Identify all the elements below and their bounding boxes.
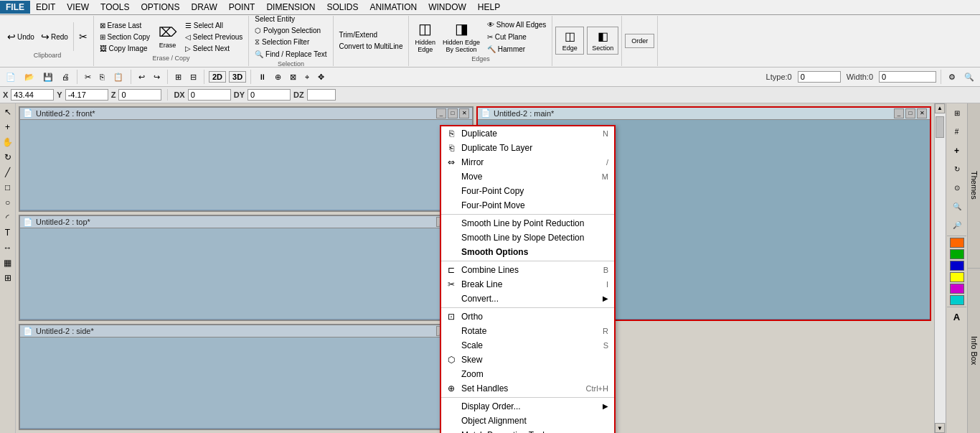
- open-file-button[interactable]: 📂: [22, 71, 37, 83]
- undo-button[interactable]: ↩Undo: [4, 29, 37, 44]
- x-input[interactable]: [11, 89, 54, 101]
- snap2-button[interactable]: ⊠: [287, 71, 299, 83]
- info-grid-button[interactable]: #: [947, 124, 967, 141]
- show-all-edges-button[interactable]: 👁 Show All Edges: [484, 19, 549, 30]
- select-entity-button[interactable]: Select Entity: [252, 14, 329, 24]
- erase-last-button[interactable]: ⊠ Erase Last: [97, 20, 153, 31]
- arc-tool[interactable]: ◜: [1, 210, 15, 225]
- new-file-button[interactable]: 📄: [3, 71, 19, 83]
- cut-plane-button[interactable]: ✂ Cut Plane: [484, 32, 549, 42]
- hidden-edge-by-section-button[interactable]: ◨Hidden EdgeBy Section: [440, 19, 483, 55]
- scroll-down-button[interactable]: ▼: [935, 423, 945, 433]
- viewport-main-close[interactable]: ✕: [917, 108, 927, 118]
- color-green[interactable]: [950, 249, 964, 259]
- menu-item-four-point-copy[interactable]: Four-Point Copy: [441, 184, 614, 198]
- menu-animation[interactable]: ANIMATION: [364, 1, 423, 14]
- menu-item-duplicate-to-layer[interactable]: ⎗ Duplicate To Layer: [441, 141, 614, 155]
- rotate3d-tool[interactable]: ↻: [1, 150, 15, 164]
- undo-small-button[interactable]: ↩: [136, 71, 148, 83]
- color-orange[interactable]: [950, 238, 964, 248]
- move-snap-button[interactable]: ⌖: [302, 71, 312, 83]
- menu-dimension[interactable]: DIMENSION: [260, 1, 321, 14]
- menu-item-break-line[interactable]: ✂ Break Line I: [441, 277, 614, 292]
- menu-item-object-alignment[interactable]: Object Alignment: [441, 414, 614, 428]
- menu-item-four-point-move[interactable]: Four-Point Move: [441, 198, 614, 213]
- viewport-front-close[interactable]: ✕: [459, 108, 469, 118]
- info-zoom-in-button[interactable]: 🔎: [947, 217, 967, 234]
- cut-small-button[interactable]: ✂: [82, 71, 94, 83]
- scroll-up-button[interactable]: ▲: [935, 103, 945, 113]
- rect-tool[interactable]: □: [1, 180, 15, 195]
- menu-window[interactable]: WINDOW: [423, 1, 472, 14]
- viewport-side[interactable]: 📄 Untitled-2 : side* _ □ ✕: [19, 324, 473, 430]
- viewport-front[interactable]: 📄 Untitled-2 : front* _ □ ✕: [19, 106, 473, 213]
- copy-small-button[interactable]: ⎘: [97, 71, 108, 83]
- z-input[interactable]: [118, 89, 161, 101]
- viewport-side-content[interactable]: [20, 337, 472, 428]
- menu-item-rotate[interactable]: Rotate R: [441, 324, 614, 338]
- menu-item-set-handles[interactable]: ⊕ Set Handles Ctrl+H: [441, 381, 614, 396]
- menu-help[interactable]: HELP: [472, 1, 506, 14]
- menu-item-zoom[interactable]: Zoom: [441, 367, 614, 381]
- menu-item-smooth-slope[interactable]: Smooth Line by Slope Detection: [441, 231, 614, 245]
- menu-view[interactable]: VIEW: [61, 1, 95, 14]
- menu-item-match-properties[interactable]: Match Properties Tool: [441, 428, 614, 433]
- cut-button[interactable]: ✂: [76, 29, 90, 44]
- ltype-input[interactable]: [798, 71, 841, 83]
- selection-filter-button[interactable]: ⧖ Selection Filter: [252, 37, 329, 48]
- 3d-button[interactable]: 3D: [229, 71, 246, 83]
- paste-small-button[interactable]: 📋: [110, 71, 126, 83]
- menu-item-convert[interactable]: Convert... ▶: [441, 292, 614, 306]
- menu-solids[interactable]: SOLIDS: [321, 1, 364, 14]
- menu-edit[interactable]: EDIT: [30, 1, 61, 14]
- color-blue[interactable]: [950, 261, 964, 271]
- dx-input[interactable]: [188, 89, 231, 101]
- dy-input[interactable]: [248, 89, 291, 101]
- section-dropdown-button[interactable]: ◧Section: [587, 27, 618, 55]
- info-add-button[interactable]: +: [947, 142, 967, 159]
- menu-point[interactable]: POINT: [223, 1, 261, 14]
- select-previous-button[interactable]: ◁ Select Previous: [182, 32, 245, 42]
- polygon-selection-button[interactable]: ⬡ Polygon Selection: [252, 25, 329, 36]
- hatch-tool[interactable]: ▦: [1, 256, 15, 270]
- select-all-button[interactable]: ☰ Select All: [182, 20, 245, 31]
- scroll-track[interactable]: [935, 113, 946, 423]
- menu-item-smooth-point[interactable]: Smooth Line by Point Reduction: [441, 216, 614, 231]
- viewport-top[interactable]: 📄 Untitled-2 : top* _ □ ✕: [19, 215, 473, 321]
- info-zoom-out-button[interactable]: 🔍: [947, 198, 967, 215]
- pan-button[interactable]: ✥: [315, 71, 327, 83]
- find-replace-button[interactable]: 🔍 Find / Replace Text: [252, 49, 329, 60]
- 2d-button[interactable]: 2D: [209, 71, 226, 83]
- color-cyan[interactable]: [950, 295, 964, 305]
- color-yellow[interactable]: [950, 272, 964, 282]
- menu-item-mirror[interactable]: ⇔ Mirror /: [441, 155, 614, 169]
- line-tool[interactable]: ╱: [1, 165, 15, 180]
- redo-small-button[interactable]: ↪: [151, 71, 163, 83]
- menu-item-duplicate[interactable]: ⎘ Duplicate N: [441, 126, 614, 141]
- zoom-in-row2-button[interactable]: 🔍: [961, 71, 977, 83]
- menu-item-skew[interactable]: ⬡ Skew: [441, 353, 614, 367]
- text-tool[interactable]: T: [1, 225, 15, 240]
- info-rotate-button[interactable]: ↻: [947, 161, 967, 178]
- pointer-tool[interactable]: ↖: [1, 105, 15, 119]
- convert-to-multiline-button[interactable]: Convert to MultiLine: [336, 41, 406, 52]
- settings-button[interactable]: ⚙: [946, 71, 958, 83]
- viewport-front-maximize[interactable]: □: [448, 108, 458, 118]
- trim-extend-button[interactable]: Trim/Extend: [336, 29, 406, 40]
- menu-options[interactable]: OPTIONS: [135, 1, 185, 14]
- grid-button[interactable]: ⊟: [187, 71, 199, 83]
- font-A-button[interactable]: A: [947, 309, 967, 326]
- hidden-edge-button[interactable]: ◫HiddenEdge: [412, 19, 438, 55]
- track-button[interactable]: ⊕: [272, 71, 284, 83]
- menu-item-smooth-options[interactable]: Smooth Options: [441, 245, 614, 259]
- save-file-button[interactable]: 💾: [40, 71, 56, 83]
- erase-button[interactable]: ⌦Erase: [156, 23, 179, 50]
- viewport-front-content[interactable]: [20, 120, 472, 210]
- info-resize-button[interactable]: ⊞: [947, 105, 967, 122]
- menu-tools[interactable]: TOOLS: [95, 1, 135, 14]
- select-next-button[interactable]: ▷ Select Next: [182, 43, 245, 54]
- print-button[interactable]: 🖨: [59, 71, 72, 83]
- menu-item-ortho[interactable]: ⊡ Ortho: [441, 309, 614, 324]
- pause-button[interactable]: ⏸: [255, 71, 269, 83]
- menu-draw[interactable]: DRAW: [186, 1, 223, 14]
